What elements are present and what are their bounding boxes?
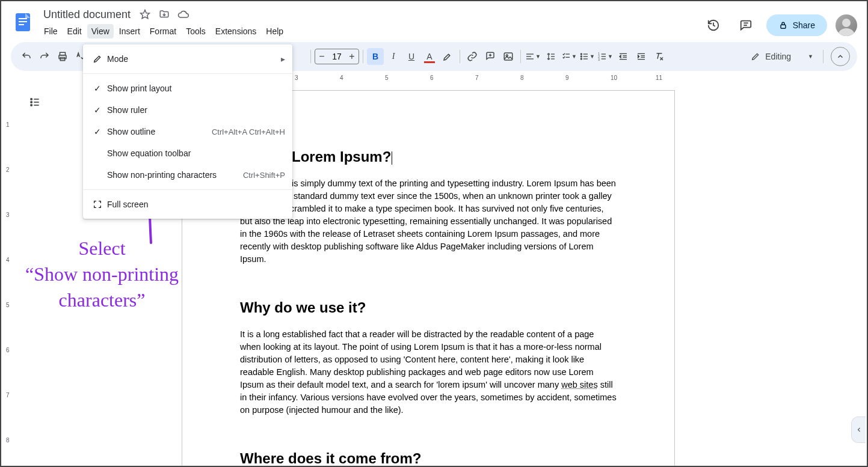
menu-separator (83, 189, 292, 190)
svg-rect-3 (19, 24, 24, 25)
redo-button[interactable] (36, 48, 53, 65)
svg-point-45 (31, 102, 32, 103)
comments-icon[interactable] (734, 13, 758, 37)
menu-item-show-outline[interactable]: ✓ Show outline Ctrl+Alt+A Ctrl+Alt+H (83, 121, 292, 142)
italic-button[interactable]: I (385, 48, 402, 65)
document-title[interactable]: Untitled document (40, 7, 134, 22)
doc-paragraph-1: is simply dummy text of the printing and… (240, 177, 617, 266)
svg-point-46 (31, 105, 32, 106)
undo-button[interactable] (18, 48, 35, 65)
svg-point-24 (580, 53, 582, 55)
menu-bar: File Edit View Insert Format Tools Exten… (40, 23, 701, 40)
menu-item-show-ruler[interactable]: ✓ Show ruler (83, 99, 292, 121)
menu-help[interactable]: Help (262, 24, 288, 38)
bulleted-list-button[interactable]: ▼ (579, 48, 596, 65)
view-menu-dropdown: Mode ▸ ✓ Show print layout ✓ Show ruler … (83, 44, 292, 219)
svg-rect-14 (504, 53, 512, 60)
indent-increase-button[interactable] (633, 48, 650, 65)
underline-button[interactable]: U (403, 48, 420, 65)
history-icon[interactable] (701, 13, 725, 37)
font-size-increase[interactable]: + (345, 49, 359, 64)
menu-extensions[interactable]: Extensions (211, 24, 260, 38)
font-size-decrease[interactable]: − (315, 49, 328, 64)
editing-mode-button[interactable]: Editing ▼ (745, 48, 819, 65)
toolbar-separator (310, 50, 311, 63)
menu-view[interactable]: View (87, 24, 114, 38)
menu-item-full-screen[interactable]: Full screen (83, 194, 292, 215)
toolbar-separator (823, 50, 823, 63)
menu-item-mode[interactable]: Mode ▸ (83, 48, 292, 70)
highlight-button[interactable] (439, 48, 456, 65)
outline-toggle-button[interactable] (25, 93, 45, 112)
clear-formatting-button[interactable] (651, 48, 668, 65)
pencil-icon (90, 54, 105, 64)
menu-edit[interactable]: Edit (63, 24, 86, 38)
indent-decrease-button[interactable] (615, 48, 632, 65)
menu-separator (83, 73, 292, 74)
account-avatar[interactable] (836, 14, 857, 36)
numbered-list-button[interactable]: 123▼ (597, 48, 614, 65)
text-cursor (392, 151, 392, 165)
menu-insert[interactable]: Insert (115, 24, 144, 38)
font-size-control: − + (315, 49, 359, 64)
svg-rect-2 (19, 21, 27, 22)
svg-point-8 (842, 19, 851, 27)
toolbar-separator (363, 50, 363, 63)
docs-home-icon[interactable] (11, 6, 35, 38)
check-icon: ✓ (90, 127, 105, 136)
svg-point-25 (580, 56, 582, 57)
menu-file[interactable]: File (40, 24, 62, 38)
svg-point-26 (580, 58, 582, 60)
doc-heading-3: Where does it come from? (240, 450, 617, 466)
svg-rect-1 (19, 18, 27, 19)
svg-point-44 (31, 99, 32, 100)
star-icon[interactable] (139, 8, 151, 20)
menu-item-non-printing-chars[interactable]: Show non-printing characters Ctrl+Shift+… (83, 164, 292, 186)
align-button[interactable]: ▼ (525, 48, 541, 65)
submenu-arrow-icon: ▸ (281, 54, 285, 64)
insert-image-button[interactable] (500, 48, 517, 65)
font-size-input[interactable] (328, 52, 345, 61)
menu-item-print-layout[interactable]: ✓ Show print layout (83, 78, 292, 99)
menu-item-equation-toolbar[interactable]: Show equation toolbar (83, 142, 292, 164)
svg-marker-4 (141, 10, 150, 19)
menu-format[interactable]: Format (146, 24, 180, 38)
insert-comment-button[interactable] (482, 48, 499, 65)
text-color-button[interactable]: A (421, 48, 438, 65)
toolbar-separator (520, 50, 521, 63)
checklist-button[interactable]: ▼ (561, 48, 577, 65)
vertical-ruler[interactable]: 12345678 (5, 85, 14, 466)
check-icon: ✓ (90, 105, 105, 115)
toolbar-separator (460, 50, 460, 63)
bold-button[interactable]: B (367, 48, 384, 65)
doc-heading-1: Lorem Ipsum? (240, 148, 617, 165)
editing-mode-label: Editing (765, 52, 791, 61)
share-label: Share (793, 20, 815, 30)
share-button[interactable]: Share (766, 14, 827, 36)
svg-rect-7 (781, 25, 786, 28)
doc-paragraph-2: It is a long established fact that a rea… (240, 328, 617, 417)
doc-heading-2: Why do we use it? (240, 299, 617, 316)
hide-toolbar-button[interactable] (831, 47, 850, 66)
spellcheck-underline: web sites (561, 380, 597, 389)
print-button[interactable] (54, 48, 71, 65)
insert-link-button[interactable] (464, 48, 481, 65)
side-panel-toggle[interactable] (851, 417, 866, 443)
svg-text:3: 3 (598, 58, 600, 61)
menu-tools[interactable]: Tools (182, 24, 210, 38)
fullscreen-icon (90, 200, 105, 209)
move-icon[interactable] (158, 8, 170, 20)
line-spacing-button[interactable] (543, 48, 559, 65)
check-icon: ✓ (90, 84, 105, 93)
cloud-status-icon[interactable] (177, 8, 189, 20)
